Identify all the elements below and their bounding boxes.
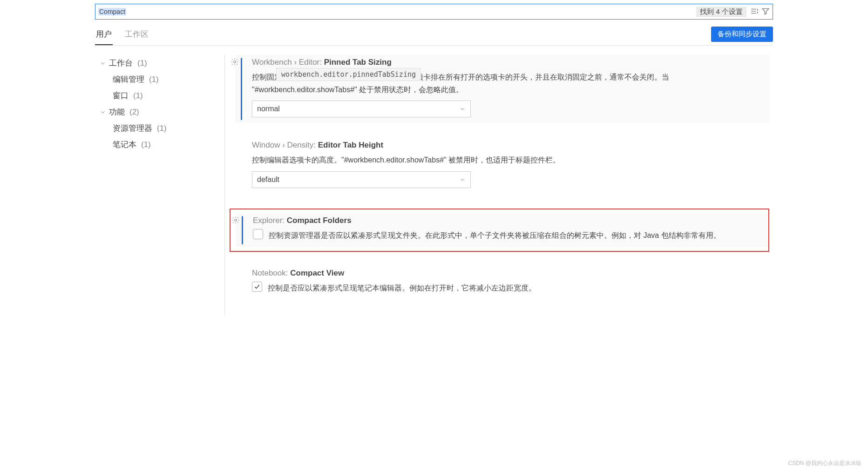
search-input-value[interactable]: Compact bbox=[98, 8, 126, 15]
select-value: default bbox=[257, 175, 279, 184]
setting-compact-folders: Explorer: Compact Folders 控制资源管理器是否应以紧凑形… bbox=[236, 213, 768, 247]
sidebar-item-label: 资源管理器 bbox=[113, 123, 152, 134]
sidebar-item-label: 窗口 bbox=[113, 90, 129, 101]
sidebar-item-editor-mgmt[interactable]: 编辑管理 (1) bbox=[98, 71, 224, 88]
setting-description: 控制资源管理器是否应以紧凑形式呈现文件夹。在此形式中，单个子文件夹将被压缩在组合… bbox=[269, 229, 721, 242]
sidebar-item-label: 笔记本 bbox=[113, 139, 136, 150]
sidebar-item-workbench[interactable]: 工作台 (1) bbox=[98, 55, 224, 71]
sidebar-item-count: (1) bbox=[149, 75, 159, 84]
sidebar-item-explorer[interactable]: 资源管理器 (1) bbox=[98, 120, 224, 136]
sidebar-item-label: 工作台 bbox=[109, 58, 133, 68]
checkbox-compact-view[interactable] bbox=[252, 282, 262, 292]
gear-icon[interactable] bbox=[231, 58, 239, 66]
sidebar-item-notebook[interactable]: 笔记本 (1) bbox=[98, 136, 224, 153]
settings-view-icon[interactable] bbox=[750, 7, 759, 17]
svg-point-0 bbox=[234, 61, 236, 63]
chevron-down-icon bbox=[459, 176, 466, 183]
setting-select-tab-height[interactable]: default bbox=[252, 171, 471, 188]
sidebar-item-count: (1) bbox=[137, 59, 147, 68]
settings-content: Workbench › Editor: Pinned Tab Sizing wo… bbox=[230, 55, 779, 315]
check-icon bbox=[253, 283, 261, 290]
sidebar-item-window[interactable]: 窗口 (1) bbox=[98, 88, 224, 104]
chevron-down-icon bbox=[100, 109, 106, 115]
setting-description: 控制是否应以紧凑形式呈现笔记本编辑器。例如在打开时，它将减小左边距宽度。 bbox=[268, 282, 536, 294]
setting-title: Workbench › Editor: Pinned Tab Sizing bbox=[252, 58, 765, 67]
filter-icon[interactable] bbox=[761, 7, 770, 17]
setting-select-pinned-tab[interactable]: normal bbox=[252, 101, 471, 117]
setting-compact-view: Notebook: Compact View 控制是否应以紧凑形式呈现笔记本编辑… bbox=[235, 266, 769, 300]
sidebar-item-features[interactable]: 功能 (2) bbox=[98, 104, 224, 120]
sidebar-item-count: (1) bbox=[157, 124, 167, 133]
settings-sidebar: 工作台 (1) 编辑管理 (1) 窗口 (1) 功能 (2) 资源管理器 (1) bbox=[89, 55, 224, 315]
chevron-down-icon bbox=[459, 106, 466, 112]
settings-tabs: 用户 工作区 bbox=[95, 26, 149, 45]
chevron-down-icon bbox=[100, 60, 106, 67]
select-value: normal bbox=[257, 105, 280, 113]
sidebar-item-count: (1) bbox=[133, 91, 143, 101]
highlight-annotation: Explorer: Compact Folders 控制资源管理器是否应以紧凑形… bbox=[230, 209, 769, 252]
setting-title: Notebook: Compact View bbox=[252, 269, 765, 278]
setting-editor-tab-height: Window › Density: Editor Tab Height 控制编辑… bbox=[235, 138, 769, 193]
sidebar-divider bbox=[224, 55, 225, 315]
search-input[interactable] bbox=[130, 6, 692, 17]
setting-title: Window › Density: Editor Tab Height bbox=[252, 141, 765, 150]
setting-pinned-tab-sizing: Workbench › Editor: Pinned Tab Sizing wo… bbox=[235, 55, 769, 123]
search-result-count: 找到 4 个设置 bbox=[696, 7, 746, 17]
sidebar-item-label: 编辑管理 bbox=[113, 74, 144, 85]
sidebar-item-label: 功能 bbox=[109, 107, 125, 117]
settings-search-bar[interactable]: Compact 找到 4 个设置 bbox=[95, 4, 773, 20]
tab-user[interactable]: 用户 bbox=[95, 26, 113, 45]
tab-workspace[interactable]: 工作区 bbox=[124, 26, 149, 45]
setting-title: Explorer: Compact Folders bbox=[253, 216, 764, 225]
backup-sync-button[interactable]: 备份和同步设置 bbox=[711, 27, 773, 42]
setting-description: 控制编辑器选项卡的高度。"#workbench.editor.showTabs#… bbox=[252, 154, 765, 166]
checkbox-compact-folders[interactable] bbox=[253, 229, 263, 239]
sidebar-item-count: (2) bbox=[129, 108, 139, 117]
sidebar-item-count: (1) bbox=[141, 140, 151, 149]
svg-point-1 bbox=[235, 219, 237, 221]
setting-id-tooltip: workbench.editor.pinnedTabSizing bbox=[276, 68, 421, 81]
gear-icon[interactable] bbox=[231, 216, 240, 224]
